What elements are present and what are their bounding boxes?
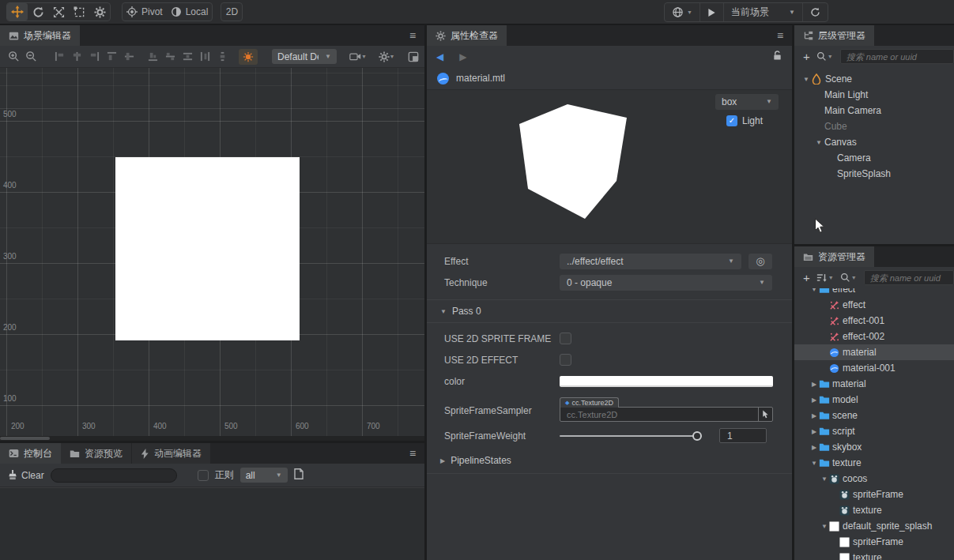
- locate-effect-button[interactable]: ◎: [748, 254, 772, 269]
- hierarchy-item-spritesplash[interactable]: SpriteSplash: [794, 166, 954, 182]
- history-back-button[interactable]: ◀: [436, 51, 443, 62]
- space-horizontal-button[interactable]: [196, 49, 213, 65]
- expand-arrow[interactable]: ▼: [809, 288, 819, 293]
- history-forward-button[interactable]: ▶: [459, 51, 466, 62]
- panel-menu-button[interactable]: ≡: [768, 25, 792, 46]
- play-button[interactable]: [700, 3, 724, 21]
- technique-dropdown[interactable]: 0 - opaque ▼: [560, 275, 772, 291]
- align-horizontal-center-button[interactable]: [68, 49, 85, 65]
- align-right-button[interactable]: [85, 49, 103, 65]
- log-file-button[interactable]: [294, 468, 304, 482]
- assets-item-texture[interactable]: ▼texture: [794, 455, 954, 471]
- tab-console[interactable]: 控制台: [0, 443, 61, 464]
- pipeline-states-header[interactable]: ▶ PipelineStates: [427, 449, 792, 472]
- 2d-mode-button[interactable]: 2D: [221, 3, 242, 21]
- color-swatch[interactable]: [560, 376, 773, 387]
- refresh-button[interactable]: [803, 3, 828, 21]
- effect-dropdown[interactable]: ../effect/effect ▼: [560, 254, 741, 269]
- distribute-vertical-button[interactable]: [179, 49, 196, 65]
- move-tool-button[interactable]: [7, 3, 28, 21]
- tab-assets[interactable]: 资源管理器: [794, 246, 874, 267]
- align-bottom-button[interactable]: [144, 49, 161, 65]
- log-level-dropdown[interactable]: all ▼: [240, 468, 288, 483]
- scrollbar-thumb[interactable]: [0, 437, 50, 440]
- expand-arrow[interactable]: ▶: [809, 412, 819, 419]
- space-vertical-button[interactable]: [213, 49, 231, 65]
- hierarchy-item-canvas[interactable]: ▼Canvas: [794, 134, 954, 150]
- material-preview[interactable]: box ▼ ✓ Light: [427, 90, 792, 244]
- hierarchy-item-main-light[interactable]: Main Light: [794, 87, 954, 103]
- expand-arrow[interactable]: ▼: [820, 523, 829, 530]
- expand-arrow[interactable]: ▶: [809, 428, 819, 435]
- rect-tool-button[interactable]: [69, 3, 89, 21]
- preview-light-toggle[interactable]: ✓ Light: [726, 115, 763, 126]
- assets-item-cocos[interactable]: ▼cocos: [794, 471, 954, 487]
- pivot-button[interactable]: Pivot: [123, 3, 167, 21]
- create-node-button[interactable]: +: [801, 49, 813, 65]
- panel-menu-button[interactable]: ≡: [401, 443, 424, 464]
- clear-console-button[interactable]: Clear: [8, 470, 44, 481]
- expand-arrow[interactable]: ▼: [813, 139, 824, 146]
- sort-assets-button[interactable]: ▼: [814, 270, 836, 286]
- hierarchy-item-main-camera[interactable]: Main Camera: [794, 103, 954, 118]
- assets-item-effect-001[interactable]: effect-001: [794, 313, 954, 329]
- assets-search-input[interactable]: [864, 270, 954, 285]
- hierarchy-item-cube[interactable]: Cube: [794, 118, 954, 134]
- assets-item-effect-002[interactable]: effect-002: [794, 329, 954, 344]
- gizmo-display-dropdown[interactable]: Default De... ▼: [272, 49, 337, 64]
- assets-item-effect[interactable]: effect: [794, 297, 954, 313]
- assets-item-spriteframe[interactable]: spriteFrame: [794, 534, 954, 550]
- assets-item-model[interactable]: ▶model: [794, 392, 954, 408]
- camera-view-dropdown[interactable]: ▼: [349, 49, 367, 65]
- console-log-area[interactable]: [0, 487, 424, 560]
- expand-arrow[interactable]: ▼: [809, 460, 819, 467]
- search-type-button[interactable]: ▼: [838, 270, 859, 286]
- local-button[interactable]: Local: [167, 3, 213, 21]
- tab-scene-editor[interactable]: 场景编辑器: [0, 25, 80, 46]
- platform-button[interactable]: ▼: [665, 3, 700, 21]
- assets-item-material-001[interactable]: material-001: [794, 360, 954, 376]
- search-type-button[interactable]: ▼: [814, 49, 835, 65]
- scene-light-toggle[interactable]: [239, 49, 258, 65]
- assets-item-default-sprite-splash[interactable]: ▼default_sprite_splash: [794, 518, 954, 534]
- scene-select-dropdown[interactable]: 当前场景 ▼: [724, 3, 803, 21]
- regex-checkbox[interactable]: [198, 470, 209, 481]
- light-checkbox[interactable]: ✓: [726, 115, 737, 126]
- expand-arrow[interactable]: ▼: [820, 475, 829, 483]
- tab-animation-editor[interactable]: 动画编辑器: [132, 443, 211, 464]
- tab-hierarchy[interactable]: 层级管理器: [794, 25, 874, 46]
- assets-item-spriteframe[interactable]: spriteFrame: [794, 487, 954, 502]
- align-left-button[interactable]: [51, 49, 68, 65]
- scale-tool-button[interactable]: [48, 3, 69, 21]
- assets-item-material[interactable]: ▶material: [794, 376, 954, 392]
- weight-slider[interactable]: [560, 430, 700, 442]
- hierarchy-item-camera[interactable]: Camera: [794, 150, 954, 166]
- tab-inspector[interactable]: 属性检查器: [427, 25, 507, 46]
- preview-shape-dropdown[interactable]: box ▼: [715, 94, 779, 110]
- zoom-in-button[interactable]: [5, 49, 22, 65]
- distribute-horizontal-button[interactable]: [161, 49, 179, 65]
- assets-item-scene[interactable]: ▶scene: [794, 408, 954, 423]
- sprite-splash-node[interactable]: [115, 157, 300, 340]
- scene-canvas[interactable]: 500400300200100 200300400500600700: [0, 68, 424, 436]
- assets-item-script[interactable]: ▶script: [794, 423, 954, 439]
- use-sprite-frame-checkbox[interactable]: [560, 333, 571, 344]
- tab-asset-preview[interactable]: 资源预览: [61, 443, 132, 464]
- expand-arrow[interactable]: ▼: [801, 76, 812, 83]
- scene-settings-dropdown[interactable]: ▼: [378, 49, 395, 65]
- expand-arrow[interactable]: ▶: [809, 444, 819, 451]
- use-2d-effect-checkbox[interactable]: [560, 354, 571, 366]
- hierarchy-search-input[interactable]: [840, 49, 954, 64]
- lock-icon[interactable]: [772, 51, 782, 63]
- align-top-button[interactable]: [103, 49, 120, 65]
- asset-picker-icon[interactable]: [758, 408, 772, 421]
- sampler-asset-field[interactable]: cc.Texture2D: [560, 407, 773, 422]
- assets-item-material[interactable]: material: [794, 344, 954, 360]
- assets-item-effect[interactable]: ▼effect: [794, 288, 954, 297]
- assets-item-skybox[interactable]: ▶skybox: [794, 439, 954, 455]
- pass0-section-header[interactable]: ▼ Pass 0: [427, 300, 792, 322]
- expand-arrow[interactable]: ▶: [809, 381, 819, 388]
- zoom-out-button[interactable]: [22, 49, 40, 65]
- slider-knob[interactable]: [692, 431, 702, 441]
- align-vertical-center-button[interactable]: [120, 49, 138, 65]
